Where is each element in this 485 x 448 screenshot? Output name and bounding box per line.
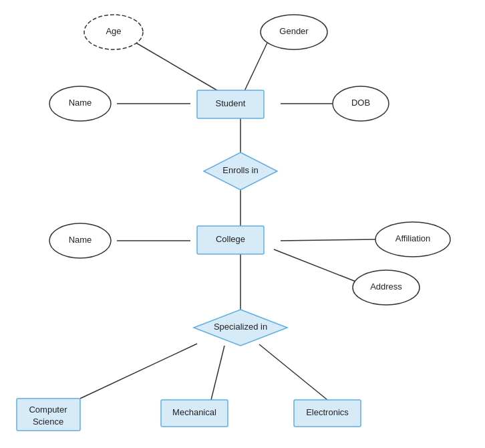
entity-mechanical-label: Mechanical [172,407,216,417]
entity-college-label: College [216,234,245,244]
entity-cs-label: Computer [29,405,67,415]
attribute-address-label: Address [370,282,402,292]
connector-address-college [274,249,357,282]
connector-gender-student [244,43,267,92]
relationship-enrolls-label: Enrolls in [222,165,258,175]
connector-specialized-mech [211,346,224,400]
entity-electronics-label: Electronics [306,407,349,417]
attribute-age-label: Age [106,26,121,36]
connector-affiliation-college [281,239,376,241]
attribute-affiliation-label: Affiliation [395,233,431,243]
entity-student-label: Student [216,98,246,108]
relationship-specialized-label: Specialized in [214,322,267,332]
entity-cs-label2: Science [33,417,63,427]
attribute-name-college-label: Name [69,235,92,245]
er-diagram: Age Gender Name DOB Name Affiliation Add… [0,0,485,448]
attribute-dob-label: DOB [351,98,370,108]
connector-specialized-cs [80,344,197,399]
attribute-gender-label: Gender [279,26,309,36]
connector-specialized-elec [259,344,327,400]
attribute-name-student-label: Name [69,98,92,108]
connector-age-student [134,41,220,92]
